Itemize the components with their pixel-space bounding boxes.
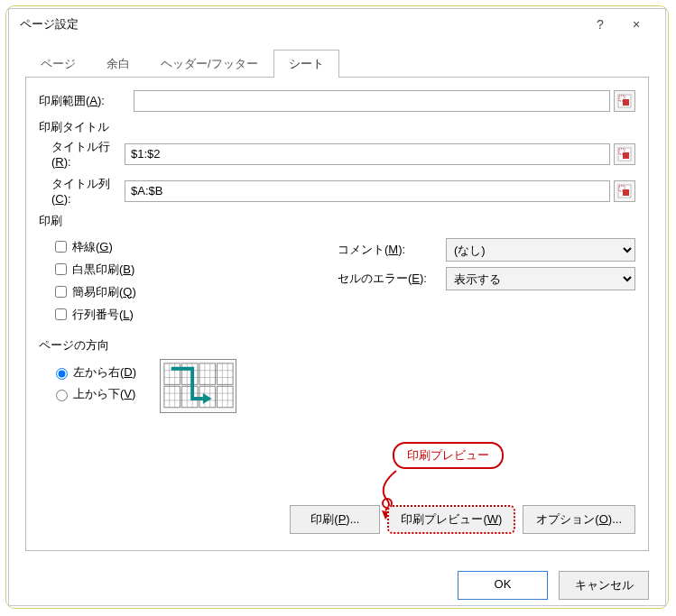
draft-checkbox-row[interactable]: 簡易印刷(Q) (51, 283, 338, 300)
title-rows-label: タイトル行(R): (39, 139, 125, 169)
dialog-footer: OK キャンセル (9, 562, 665, 612)
page-order-icon (161, 360, 236, 413)
ref-select-icon (617, 147, 632, 161)
bw-label: 白黒印刷(B) (72, 262, 134, 278)
svg-rect-2 (623, 99, 629, 106)
print-area-label: 印刷範囲(A): (39, 93, 134, 109)
title-cols-refselect-button[interactable] (614, 180, 635, 202)
ttb-radio-row[interactable]: 上から下(V) (51, 386, 136, 402)
bw-checkbox-row[interactable]: 白黒印刷(B) (51, 261, 338, 278)
ref-select-icon (617, 94, 632, 108)
tab-margins[interactable]: 余白 (91, 50, 145, 78)
rowcolnum-label: 行列番号(L) (72, 307, 134, 323)
draft-label: 簡易印刷(Q) (72, 284, 136, 300)
ttb-radio[interactable] (56, 390, 68, 401)
ltr-radio-row[interactable]: 左から右(D) (51, 364, 136, 381)
title-rows-refselect-button[interactable] (614, 143, 635, 165)
svg-rect-10 (182, 363, 199, 384)
tab-page[interactable]: ページ (25, 50, 91, 78)
rowcolnum-checkbox-row[interactable]: 行列番号(L) (51, 306, 338, 323)
title-cols-label: タイトル列(C): (39, 176, 125, 206)
close-button[interactable]: × (618, 17, 654, 32)
tab-headerfooter[interactable]: ヘッダー/フッター (145, 50, 273, 78)
svg-rect-11 (164, 386, 181, 407)
sheet-tab-panel: 印刷範囲(A): 印刷タイトル タイトル行(R): (25, 78, 649, 551)
page-order-illustration (160, 359, 236, 413)
print-button[interactable]: 印刷(P)... (290, 505, 380, 534)
svg-rect-5 (623, 152, 629, 159)
help-button[interactable]: ? (582, 17, 618, 32)
annotation-callout: 印刷プレビュー (393, 442, 504, 469)
print-titles-label: 印刷タイトル (39, 119, 635, 135)
print-area-refselect-button[interactable] (614, 90, 635, 112)
gridlines-checkbox[interactable] (55, 241, 67, 253)
cancel-button[interactable]: キャンセル (559, 571, 649, 600)
titlebar: ページ設定 ? × (9, 9, 665, 40)
draft-checkbox[interactable] (55, 286, 67, 298)
ok-button[interactable]: OK (458, 571, 548, 600)
cellerrors-label: セルのエラー(E): (338, 271, 446, 287)
print-preview-button[interactable]: 印刷プレビュー(W) (387, 505, 515, 534)
svg-rect-9 (164, 363, 181, 384)
rowcolnum-checkbox[interactable] (55, 308, 67, 320)
dialog-title: ページ設定 (20, 16, 582, 32)
bw-checkbox[interactable] (55, 263, 67, 275)
gridlines-label: 枠線(G) (72, 239, 113, 255)
annotation-text: 印刷プレビュー (393, 442, 504, 469)
ref-select-icon (617, 184, 632, 198)
svg-rect-13 (199, 363, 216, 384)
svg-rect-8 (623, 189, 629, 196)
ltr-radio[interactable] (56, 368, 68, 380)
gridlines-checkbox-row[interactable]: 枠線(G) (51, 238, 338, 255)
print-section-label: 印刷 (39, 213, 635, 229)
comments-label: コメント(M): (338, 242, 446, 258)
svg-rect-16 (218, 386, 234, 407)
svg-rect-14 (218, 363, 234, 384)
tab-strip: ページ 余白 ヘッダー/フッター シート (25, 49, 649, 78)
options-button[interactable]: オプション(O)... (523, 505, 635, 534)
page-order-label: ページの方向 (39, 337, 635, 354)
page-setup-dialog: ページ設定 ? × ページ 余白 ヘッダー/フッター シート 印刷範囲(A): (8, 8, 666, 606)
ltr-label: 左から右(D) (73, 364, 136, 381)
ttb-label: 上から下(V) (73, 386, 135, 402)
print-area-input[interactable] (134, 90, 610, 112)
title-rows-input[interactable] (125, 143, 610, 165)
comments-select[interactable]: (なし) (446, 238, 635, 262)
cellerrors-select[interactable]: 表示する (446, 267, 635, 290)
title-cols-input[interactable] (125, 180, 610, 202)
tab-sheet[interactable]: シート (273, 50, 339, 78)
